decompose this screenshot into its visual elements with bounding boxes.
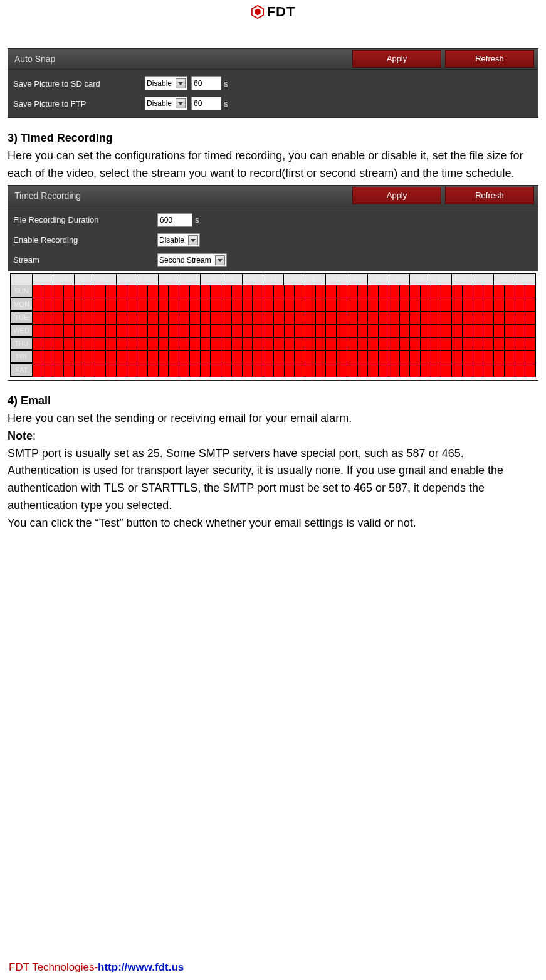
schedule-cell[interactable] xyxy=(525,285,535,298)
save-sd-interval-input[interactable]: 60 xyxy=(191,76,221,90)
schedule-cell[interactable] xyxy=(463,364,473,377)
schedule-cell[interactable] xyxy=(243,351,253,364)
schedule-cell[interactable] xyxy=(53,325,63,337)
schedule-cell[interactable] xyxy=(117,351,127,364)
schedule-cell[interactable] xyxy=(285,285,295,298)
schedule-cell[interactable] xyxy=(358,351,368,364)
save-ftp-select[interactable]: Disable xyxy=(145,97,187,110)
schedule-cell[interactable] xyxy=(389,338,399,350)
schedule-cell[interactable] xyxy=(263,285,273,298)
schedule-cell[interactable] xyxy=(232,364,242,377)
schedule-cell[interactable] xyxy=(463,298,473,311)
schedule-cell[interactable] xyxy=(274,364,284,377)
schedule-cell[interactable] xyxy=(305,351,315,364)
schedule-cell[interactable] xyxy=(179,298,189,311)
schedule-cell[interactable] xyxy=(421,285,431,298)
schedule-cell[interactable] xyxy=(505,364,515,377)
schedule-cell[interactable] xyxy=(127,312,137,324)
schedule-cell[interactable] xyxy=(211,338,221,350)
schedule-cell[interactable] xyxy=(463,285,473,298)
schedule-cell[interactable] xyxy=(221,285,231,298)
schedule-cell[interactable] xyxy=(43,285,53,298)
schedule-cell[interactable] xyxy=(421,364,431,377)
schedule-cell[interactable] xyxy=(43,351,53,364)
schedule-cell[interactable] xyxy=(337,312,347,324)
schedule-cell[interactable] xyxy=(452,351,462,364)
schedule-cell[interactable] xyxy=(441,298,451,311)
schedule-cell[interactable] xyxy=(525,325,535,337)
file-duration-input[interactable]: 600 xyxy=(157,213,192,227)
schedule-cell[interactable] xyxy=(473,298,483,311)
schedule-cell[interactable] xyxy=(441,338,451,350)
schedule-cell[interactable] xyxy=(169,325,179,337)
schedule-cell[interactable] xyxy=(190,325,200,337)
schedule-cell[interactable] xyxy=(285,351,295,364)
schedule-cell[interactable] xyxy=(253,338,263,350)
schedule-cell[interactable] xyxy=(148,364,158,377)
schedule-cell[interactable] xyxy=(473,285,483,298)
schedule-cell[interactable] xyxy=(95,312,105,324)
schedule-cell[interactable] xyxy=(452,338,462,350)
schedule-cell[interactable] xyxy=(274,312,284,324)
schedule-cell[interactable] xyxy=(190,312,200,324)
schedule-cell[interactable] xyxy=(211,325,221,337)
schedule-cell[interactable] xyxy=(463,325,473,337)
schedule-cell[interactable] xyxy=(148,338,158,350)
schedule-cell[interactable] xyxy=(64,325,74,337)
schedule-cell[interactable] xyxy=(358,298,368,311)
schedule-cell[interactable] xyxy=(525,338,535,350)
schedule-cell[interactable] xyxy=(263,325,273,337)
schedule-cell[interactable] xyxy=(295,325,305,337)
schedule-cell[interactable] xyxy=(232,285,242,298)
schedule-cell[interactable] xyxy=(148,285,158,298)
schedule-cell[interactable] xyxy=(221,338,231,350)
schedule-cell[interactable] xyxy=(243,364,253,377)
schedule-cell[interactable] xyxy=(473,351,483,364)
schedule-cell[interactable] xyxy=(431,312,441,324)
schedule-cell[interactable] xyxy=(95,338,105,350)
schedule-cell[interactable] xyxy=(358,338,368,350)
schedule-cell[interactable] xyxy=(483,351,493,364)
schedule-cell[interactable] xyxy=(137,364,147,377)
schedule-cell[interactable] xyxy=(337,325,347,337)
schedule-cell[interactable] xyxy=(441,312,451,324)
schedule-cell[interactable] xyxy=(389,351,399,364)
schedule-cell[interactable] xyxy=(337,351,347,364)
schedule-cell[interactable] xyxy=(347,312,357,324)
schedule-cell[interactable] xyxy=(483,312,493,324)
schedule-cell[interactable] xyxy=(410,325,420,337)
schedule-cell[interactable] xyxy=(243,338,253,350)
schedule-cell[interactable] xyxy=(316,338,326,350)
schedule-cell[interactable] xyxy=(525,312,535,324)
schedule-cell[interactable] xyxy=(85,351,95,364)
schedule-cell[interactable] xyxy=(368,298,378,311)
schedule-cell[interactable] xyxy=(137,351,147,364)
schedule-cell[interactable] xyxy=(305,298,315,311)
schedule-cell[interactable] xyxy=(221,312,231,324)
schedule-cell[interactable] xyxy=(452,364,462,377)
schedule-cell[interactable] xyxy=(483,285,493,298)
schedule-cell[interactable] xyxy=(201,312,211,324)
schedule-cell[interactable] xyxy=(410,364,420,377)
schedule-cell[interactable] xyxy=(106,364,116,377)
schedule-cell[interactable] xyxy=(515,298,525,311)
schedule-cell[interactable] xyxy=(179,312,189,324)
schedule-cell[interactable] xyxy=(117,298,127,311)
schedule-cell[interactable] xyxy=(221,364,231,377)
schedule-cell[interactable] xyxy=(305,325,315,337)
schedule-cell[interactable] xyxy=(316,364,326,377)
schedule-cell[interactable] xyxy=(64,285,74,298)
schedule-cell[interactable] xyxy=(127,364,137,377)
schedule-cell[interactable] xyxy=(253,285,263,298)
schedule-cell[interactable] xyxy=(285,312,295,324)
refresh-button[interactable]: Refresh xyxy=(445,187,534,204)
schedule-cell[interactable] xyxy=(389,364,399,377)
schedule-cell[interactable] xyxy=(179,338,189,350)
schedule-cell[interactable] xyxy=(274,298,284,311)
schedule-cell[interactable] xyxy=(117,285,127,298)
schedule-cell[interactable] xyxy=(159,325,169,337)
schedule-cell[interactable] xyxy=(33,298,43,311)
schedule-cell[interactable] xyxy=(316,312,326,324)
schedule-cell[interactable] xyxy=(389,285,399,298)
schedule-cell[interactable] xyxy=(243,298,253,311)
